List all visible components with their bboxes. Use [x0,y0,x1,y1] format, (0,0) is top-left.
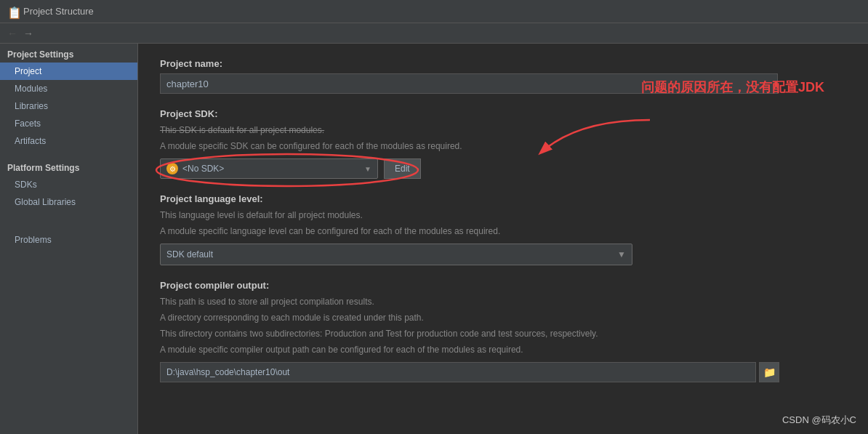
sdk-row: ⚙ <No SDK> ▼ Edit [160,158,846,179]
sdk-dropdown-text: <No SDK> [182,164,360,174]
sidebar-divider2 [0,211,137,218]
sidebar-item-libraries[interactable]: Libraries [0,97,137,115]
project-name-input[interactable] [160,73,778,94]
project-sdk-section: Project SDK: This SDK is default for all… [160,108,846,179]
project-sdk-label: Project SDK: [160,108,846,119]
project-name-section: Project name: [160,58,846,94]
app-icon: 📋 [7,6,19,17]
window-title: Project Structure [23,6,94,17]
sdk-desc1: This SDK is default for all project modu… [160,124,846,137]
compiler-desc2: A directory corresponding to each module… [160,311,846,324]
sdk-icon: ⚙ [166,163,178,174]
sidebar: Project Settings Project Modules Librari… [0,44,138,434]
main-layout: Project Settings Project Modules Librari… [0,44,868,434]
sdk-dropdown[interactable]: ⚙ <No SDK> ▼ [160,158,378,179]
compiler-output-label: Project compiler output: [160,280,846,291]
sidebar-item-facets[interactable]: Facets [0,115,137,132]
sidebar-item-project[interactable]: Project [0,63,137,80]
sdk-dropdown-arrow-icon: ▼ [364,165,371,173]
output-path-row: 📁 [160,362,846,382]
sidebar-item-problems[interactable]: Problems [7,231,130,249]
problems-section: Problems [0,225,137,254]
language-level-label: Project language level: [160,193,846,204]
project-language-section: Project language level: This language le… [160,193,846,265]
platform-settings-header: Platform Settings [0,157,137,176]
project-settings-header: Project Settings [0,44,137,63]
lang-dropdown-arrow-icon: ▼ [617,249,626,260]
content-area: 问题的原因所在，没有配置JDK Project name: Project SD… [138,44,868,434]
edit-sdk-button[interactable]: Edit [384,158,421,179]
sidebar-item-artifacts[interactable]: Artifacts [0,132,137,150]
sdk-desc2: A module specific SDK can be configured … [160,140,846,153]
compiler-desc4: A module specific compiler output path c… [160,343,846,356]
compiler-desc1: This path is used to store all project c… [160,295,846,308]
compiler-desc3: This directory contains two subdirectori… [160,327,846,340]
sidebar-item-modules[interactable]: Modules [0,80,137,97]
output-path-input[interactable] [160,362,756,382]
title-bar: 📋 Project Structure [0,0,868,23]
watermark: CSDN @码农小C [782,414,856,427]
sidebar-item-global-libraries[interactable]: Global Libraries [0,193,137,211]
nav-arrows: ← → [0,23,868,44]
sidebar-divider [0,150,137,157]
sidebar-item-sdks[interactable]: SDKs [0,176,137,193]
lang-dropdown-text: SDK default [166,249,617,260]
lang-desc1: This language level is default for all p… [160,209,846,222]
forward-arrow[interactable]: → [23,28,33,39]
folder-browse-button[interactable]: 📁 [759,362,779,382]
language-level-dropdown[interactable]: SDK default ▼ [160,244,632,265]
back-arrow[interactable]: ← [7,28,17,39]
project-name-label: Project name: [160,58,846,69]
compiler-output-section: Project compiler output: This path is us… [160,280,846,382]
lang-desc2: A module specific language level can be … [160,225,846,238]
